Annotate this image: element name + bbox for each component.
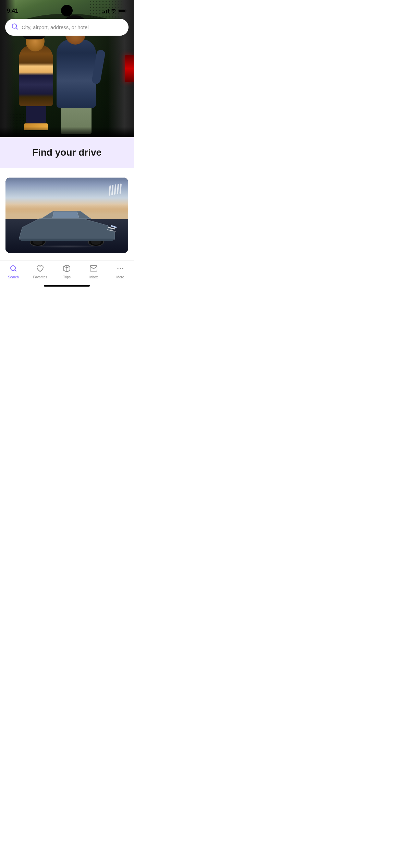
svg-point-16 — [120, 268, 121, 269]
wifi-icon — [111, 9, 116, 13]
cybertruck-scene — [5, 178, 128, 253]
status-icons — [102, 9, 127, 13]
svg-point-17 — [122, 268, 123, 269]
cybertruck-card[interactable] — [5, 178, 128, 253]
bottom-padding — [0, 253, 134, 260]
more-nav-label: More — [117, 275, 124, 279]
search-icon — [11, 23, 18, 32]
trips-nav-icon — [63, 264, 71, 274]
status-time: 9:41 — [7, 8, 18, 14]
nav-favorites[interactable]: Favorites — [27, 264, 53, 279]
find-drive-heading: Find your drive — [8, 147, 125, 158]
search-bar-container[interactable]: City, airport, address, or hotel — [5, 19, 129, 36]
search-bar[interactable]: City, airport, address, or hotel — [5, 19, 129, 36]
home-indicator — [44, 285, 90, 287]
section-gap — [0, 168, 134, 178]
battery-icon — [118, 9, 127, 13]
signal-icon — [102, 9, 109, 13]
svg-rect-12 — [21, 239, 113, 241]
favorites-nav-label: Favorites — [33, 275, 47, 279]
bottom-nav: Search Favorites Trips — [0, 261, 134, 289]
svg-line-13 — [111, 226, 117, 228]
svg-point-15 — [118, 268, 119, 269]
turo-slashes — [108, 183, 122, 196]
more-nav-icon — [116, 264, 124, 274]
find-drive-banner: Find your drive — [0, 137, 134, 168]
inbox-nav-label: Inbox — [89, 275, 98, 279]
status-bar: 9:41 — [0, 0, 134, 17]
dynamic-island — [61, 5, 73, 16]
nav-trips[interactable]: Trips — [53, 264, 80, 279]
search-nav-icon — [9, 264, 17, 274]
inbox-nav-icon — [89, 264, 98, 274]
svg-rect-1 — [119, 10, 125, 12]
svg-marker-7 — [19, 218, 115, 239]
favorites-nav-icon — [36, 264, 44, 274]
trips-nav-label: Trips — [63, 275, 71, 279]
search-nav-label: Search — [8, 275, 19, 279]
cybertruck-svg — [12, 208, 122, 246]
nav-inbox[interactable]: Inbox — [80, 264, 107, 279]
nav-search[interactable]: Search — [0, 264, 27, 279]
svg-marker-9 — [52, 212, 79, 218]
taillight — [125, 55, 134, 82]
nav-more[interactable]: More — [107, 264, 134, 279]
search-placeholder: City, airport, address, or hotel — [22, 24, 122, 30]
scroll-area[interactable]: City, airport, address, or hotel Find yo… — [0, 0, 134, 261]
